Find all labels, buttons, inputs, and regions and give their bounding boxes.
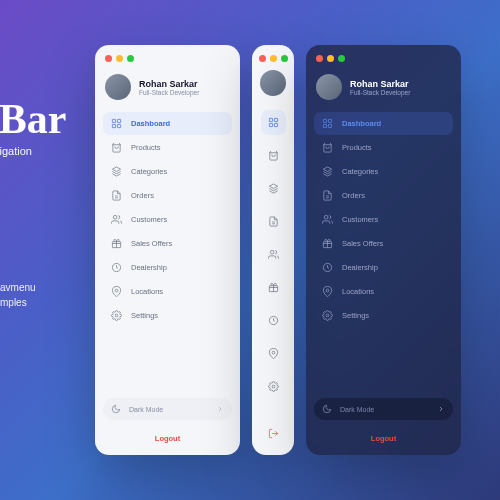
darkmode-label: Dark Mode	[129, 406, 208, 413]
maximize-dot[interactable]	[127, 55, 134, 62]
darkmode-toggle[interactable]: Dark Mode	[103, 398, 232, 420]
grid-icon	[268, 117, 279, 128]
moon-icon	[322, 404, 332, 414]
nav-label: Dealership	[342, 263, 378, 272]
nav-item-bag[interactable]: Products	[103, 136, 232, 159]
file-icon	[111, 190, 122, 201]
file-icon	[268, 216, 279, 227]
gear-icon	[111, 310, 122, 321]
nav-list: DashboardProductsCategoriesOrdersCustome…	[95, 112, 240, 392]
svg-rect-19	[328, 124, 331, 127]
nav-item-file[interactable]	[261, 209, 286, 234]
nav-item-users[interactable]: Customers	[314, 208, 453, 231]
nav-item-gear[interactable]	[261, 374, 286, 399]
nav-label: Settings	[342, 311, 369, 320]
minimize-dot[interactable]	[116, 55, 123, 62]
profile[interactable]: Rohan Sarkar Full-Stack Developer	[306, 70, 461, 112]
close-dot[interactable]	[259, 55, 266, 62]
gear-icon	[322, 310, 333, 321]
gift-icon	[268, 282, 279, 293]
layers-icon	[268, 183, 279, 194]
nav-label: Dashboard	[131, 119, 170, 128]
pin-icon	[268, 348, 279, 359]
minimize-dot[interactable]	[270, 55, 277, 62]
nav-item-clock[interactable]: Dealership	[314, 256, 453, 279]
nav-item-grid[interactable]: Dashboard	[103, 112, 232, 135]
nav-item-gift[interactable]: Sales Offers	[314, 232, 453, 255]
svg-rect-16	[323, 119, 326, 122]
nav-item-pin[interactable]: Locations	[314, 280, 453, 303]
nav-item-gift[interactable]	[261, 275, 286, 300]
nav-item-layers[interactable]: Categories	[314, 160, 453, 183]
gear-icon	[268, 381, 279, 392]
close-dot[interactable]	[316, 55, 323, 62]
clock-icon	[268, 315, 279, 326]
logout-button[interactable]: Logout	[95, 426, 240, 445]
bag-icon	[111, 142, 122, 153]
hero-desc-1: avmenu	[0, 280, 36, 295]
nav-list	[261, 110, 286, 428]
pin-icon	[322, 286, 333, 297]
nav-label: Sales Offers	[342, 239, 383, 248]
nav-item-file[interactable]: Orders	[314, 184, 453, 207]
nav-item-users[interactable]: Customers	[103, 208, 232, 231]
svg-rect-11	[274, 123, 277, 126]
logout-icon[interactable]	[268, 428, 279, 439]
svg-rect-9	[274, 118, 277, 121]
nav-item-layers[interactable]: Categories	[103, 160, 232, 183]
nav-label: Products	[342, 143, 372, 152]
svg-rect-2	[112, 124, 115, 127]
grid-icon	[111, 118, 122, 129]
window-controls	[95, 55, 240, 70]
nav-label: Orders	[342, 191, 365, 200]
nav-label: Customers	[131, 215, 167, 224]
logout-button[interactable]: Logout	[306, 426, 461, 445]
avatar[interactable]	[260, 70, 286, 96]
layers-icon	[111, 166, 122, 177]
nav-label: Categories	[342, 167, 378, 176]
darkmode-label: Dark Mode	[340, 406, 429, 413]
close-dot[interactable]	[105, 55, 112, 62]
svg-point-15	[272, 385, 275, 388]
grid-icon	[322, 118, 333, 129]
nav-item-bag[interactable]: Products	[314, 136, 453, 159]
svg-rect-17	[328, 119, 331, 122]
chevron-right-icon	[437, 405, 445, 413]
svg-point-23	[326, 314, 329, 317]
sidebar-dark: Rohan Sarkar Full-Stack Developer Dashbo…	[306, 45, 461, 455]
nav-item-clock[interactable]: Dealership	[103, 256, 232, 279]
hero-desc-2: mples	[0, 295, 36, 310]
clock-icon	[111, 262, 122, 273]
nav-item-pin[interactable]: Locations	[103, 280, 232, 303]
maximize-dot[interactable]	[281, 55, 288, 62]
nav-label: Products	[131, 143, 161, 152]
nav-item-pin[interactable]	[261, 341, 286, 366]
window-controls	[306, 55, 461, 70]
nav-label: Categories	[131, 167, 167, 176]
profile-name: Rohan Sarkar	[350, 79, 410, 89]
svg-rect-10	[269, 123, 272, 126]
nav-item-file[interactable]: Orders	[103, 184, 232, 207]
profile-name: Rohan Sarkar	[139, 79, 199, 89]
users-icon	[268, 249, 279, 260]
nav-item-bag[interactable]	[261, 143, 286, 168]
nav-item-users[interactable]	[261, 242, 286, 267]
nav-item-clock[interactable]	[261, 308, 286, 333]
svg-point-22	[326, 289, 329, 292]
nav-item-grid[interactable]	[261, 110, 286, 135]
nav-label: Locations	[131, 287, 163, 296]
nav-item-gear[interactable]: Settings	[103, 304, 232, 327]
hero-subtitle: Navigation	[0, 145, 66, 157]
darkmode-toggle[interactable]: Dark Mode	[314, 398, 453, 420]
nav-item-layers[interactable]	[261, 176, 286, 201]
sidebar-light: Rohan Sarkar Full-Stack Developer Dashbo…	[95, 45, 240, 455]
nav-item-gift[interactable]: Sales Offers	[103, 232, 232, 255]
maximize-dot[interactable]	[338, 55, 345, 62]
avatar	[316, 74, 342, 100]
nav-list: DashboardProductsCategoriesOrdersCustome…	[306, 112, 461, 392]
minimize-dot[interactable]	[327, 55, 334, 62]
profile[interactable]: Rohan Sarkar Full-Stack Developer	[95, 70, 240, 112]
nav-item-gear[interactable]: Settings	[314, 304, 453, 327]
sidebar-mini	[252, 45, 294, 455]
nav-item-grid[interactable]: Dashboard	[314, 112, 453, 135]
